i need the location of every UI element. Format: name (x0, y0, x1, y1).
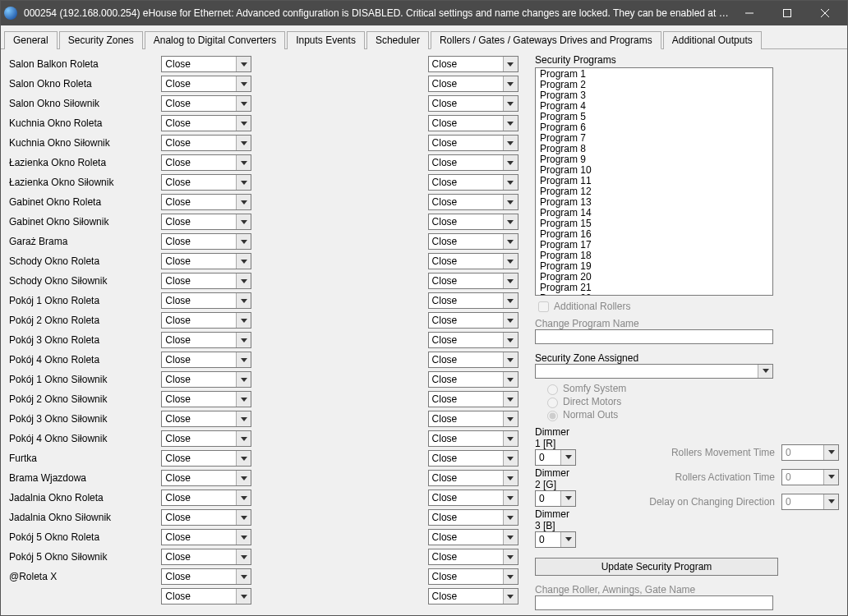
roller-label: Pokój 1 Okno Siłownik (9, 370, 161, 389)
roller-label: Pokój 5 Okno Roleta (9, 527, 161, 547)
roller-action-select[interactable]: Close (161, 588, 251, 605)
roller-action-select[interactable]: Close (428, 154, 518, 171)
normal-outs-radio (547, 411, 558, 421)
roller-label: Pokój 2 Okno Roleta (9, 310, 161, 330)
roller-action-select[interactable]: Close (161, 292, 251, 309)
roller-action-select[interactable]: Close (161, 135, 251, 151)
roller-action-select[interactable]: Close (161, 470, 251, 486)
roller-action-select[interactable]: Close (161, 95, 251, 112)
roller-action-select[interactable]: Close (161, 450, 251, 467)
roller-action-select[interactable]: Close (428, 352, 518, 368)
roller-action-select[interactable]: Close (428, 568, 518, 585)
tab-bar: GeneralSecurity ZonesAnalog to Digital C… (1, 25, 847, 49)
roller-action-select[interactable]: Close (161, 56, 251, 72)
roller-action-select[interactable]: Close (428, 95, 518, 112)
tab-inputs-events[interactable]: Inputs Events (287, 31, 365, 49)
update-security-program-button[interactable]: Update Security Program (535, 558, 778, 576)
close-button[interactable] (806, 1, 844, 25)
dimmer-3-select[interactable]: 0 (535, 531, 576, 548)
roller-action-select[interactable]: Close (428, 509, 518, 526)
roller-action-select[interactable]: Close (161, 568, 251, 585)
roller-action-select[interactable]: Close (161, 371, 251, 388)
roller-action-select[interactable]: Close (161, 76, 251, 92)
roller-action-select[interactable]: Close (161, 194, 251, 210)
app-icon (4, 7, 17, 20)
change-roller-name-input[interactable] (535, 595, 773, 610)
dimmer-2-label: Dimmer 2 [G] (535, 467, 576, 490)
roller-action-select[interactable]: Close (161, 529, 251, 545)
roller-action-select[interactable]: Close (161, 509, 251, 526)
roller-action-select[interactable]: Close (428, 233, 518, 250)
additional-rollers-checkbox (538, 301, 549, 312)
roller-action-select[interactable]: Close (161, 273, 251, 289)
tab-additional-outputs[interactable]: Additional Outputs (663, 31, 762, 49)
window-buttons (730, 1, 844, 25)
roller-action-select[interactable]: Close (428, 588, 518, 605)
roller-action-select[interactable]: Close (428, 529, 518, 545)
roller-action-select[interactable]: Close (428, 115, 518, 131)
roller-action-select[interactable]: Close (428, 135, 518, 151)
roller-action-select[interactable]: Close (428, 312, 518, 329)
roller-action-select[interactable]: Close (428, 174, 518, 191)
dimmer-2-select[interactable]: 0 (535, 490, 576, 507)
roller-action-select[interactable]: Close (428, 430, 518, 447)
maximize-button[interactable] (768, 1, 806, 25)
roller-action-select[interactable]: Close (161, 115, 251, 131)
minimize-button[interactable] (730, 1, 768, 25)
roller-action-select[interactable]: Close (428, 292, 518, 309)
tab-general[interactable]: General (4, 31, 58, 49)
roller-action-select[interactable]: Close (161, 214, 251, 230)
roller-action-select[interactable]: Close (428, 332, 518, 348)
program-item[interactable]: Program 22 (537, 293, 772, 296)
roller-action-select[interactable]: Close (161, 549, 251, 565)
roller-selects-column-a: CloseCloseCloseCloseCloseCloseCloseClose… (161, 54, 275, 610)
roller-label: Jadalnia Okno Roleta (9, 488, 161, 508)
security-zone-assigned-select[interactable] (535, 364, 773, 379)
tab-rollers-gates-gateways-drives-and-programs[interactable]: Rollers / Gates / Gateways Drives and Pr… (431, 31, 661, 49)
direct-motors-radio (547, 398, 558, 408)
security-programs-listbox[interactable]: Program 1Program 2Program 3Program 4Prog… (535, 67, 773, 296)
roller-action-select[interactable]: Close (161, 253, 251, 269)
dimmer-1-select[interactable]: 0 (535, 449, 576, 466)
roller-action-select[interactable]: Close (428, 450, 518, 467)
roller-action-select[interactable]: Close (161, 332, 251, 348)
roller-action-select[interactable]: Close (428, 549, 518, 565)
roller-label: Pokój 5 Okno Siłownik (9, 547, 161, 567)
roller-action-select[interactable]: Close (161, 352, 251, 368)
rollers-movement-time-select: 0 (781, 444, 839, 461)
roller-action-select[interactable]: Close (428, 411, 518, 427)
roller-action-select[interactable]: Close (161, 312, 251, 329)
roller-action-select[interactable]: Close (161, 154, 251, 171)
roller-action-select[interactable]: Close (428, 253, 518, 269)
roller-action-select[interactable]: Close (161, 174, 251, 191)
roller-action-select[interactable]: Close (428, 56, 518, 72)
roller-label: Pokój 4 Okno Siłownik (9, 429, 161, 448)
roller-label: Jadalnia Okno Siłownik (9, 508, 161, 527)
change-program-name-input[interactable] (535, 329, 773, 344)
roller-label: Furtka (9, 448, 161, 468)
roller-label: Łazienka Okno Roleta (9, 153, 161, 172)
roller-action-select[interactable]: Close (428, 76, 518, 92)
roller-action-select[interactable]: Close (161, 391, 251, 407)
roller-action-select[interactable]: Close (428, 470, 518, 486)
roller-action-select[interactable]: Close (161, 411, 251, 427)
titlebar: 000254 (192.168.000.254) eHouse for Ethe… (1, 1, 847, 25)
direct-motors-label: Direct Motors (563, 396, 621, 407)
delay-changing-direction-select: 0 (781, 494, 839, 510)
roller-action-select[interactable]: Close (161, 430, 251, 447)
tab-analog-to-digital-converters[interactable]: Analog to Digital Converters (145, 31, 285, 49)
roller-action-select[interactable]: Close (161, 490, 251, 506)
dimmer-1-label: Dimmer 1 [R] (535, 426, 576, 449)
roller-action-select[interactable]: Close (428, 371, 518, 388)
roller-action-select[interactable]: Close (428, 490, 518, 506)
roller-action-select[interactable]: Close (161, 233, 251, 250)
roller-label: Salon Okno Siłownik (9, 94, 161, 113)
roller-label: @Roleta X (9, 567, 161, 586)
roller-action-select[interactable]: Close (428, 214, 518, 230)
tab-scheduler[interactable]: Scheduler (366, 31, 429, 49)
roller-action-select[interactable]: Close (428, 391, 518, 407)
roller-label: Pokój 1 Okno Roleta (9, 291, 161, 310)
roller-action-select[interactable]: Close (428, 273, 518, 289)
tab-security-zones[interactable]: Security Zones (59, 31, 143, 49)
roller-action-select[interactable]: Close (428, 194, 518, 210)
